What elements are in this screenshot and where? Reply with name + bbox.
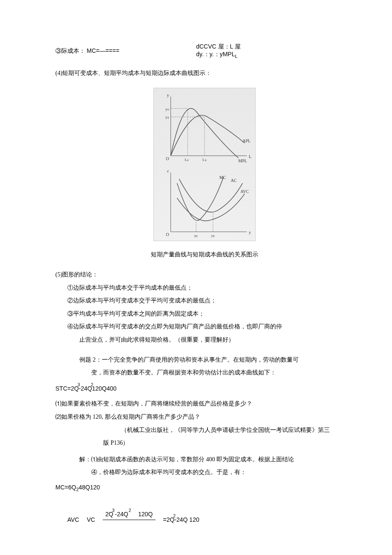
cost-curves-svg: y O APL MPL L y₀ y₁ L₀ L₁ (154, 88, 255, 240)
avc-label: AVC (67, 514, 79, 526)
avc-vc: VC (87, 514, 95, 526)
svg-text:AVC: AVC (240, 189, 249, 194)
svg-text:L: L (249, 154, 251, 159)
figure-caption: 短期产量曲线与短期成本曲线的关系图示 (55, 249, 354, 261)
mc-eq: MC=—==== (87, 47, 120, 54)
svg-text:y₁: y₁ (165, 115, 169, 119)
svg-text:L₀: L₀ (185, 157, 189, 161)
mc-formula-left: ③际成本： MC=—==== (55, 45, 119, 57)
conclusion-4b: 止营业点，并可由此求得短期价格。（很重要，要理解好） (55, 334, 354, 346)
mc-right-top: dCCVC 屋：L 屋 (196, 43, 241, 50)
stc-equation: STC=2Q-24Q120Q400 STC=2Q3-24Q2120Q400 (55, 383, 354, 394)
figure-container: y O APL MPL L y₀ y₁ L₀ L₁ (55, 88, 354, 261)
svg-text:O: O (166, 232, 169, 237)
svg-text:y₁: y₁ (211, 233, 215, 238)
svg-text:APL: APL (242, 138, 251, 143)
example2-line1: 例题 2：一个完全竞争的厂商使用的劳动和资本从事生产。在短期内，劳动的数量可 (55, 354, 354, 366)
question-1: ⑴如果要素价格不变，在短期内，厂商将继续经营的最低产品价格是多少？ (55, 398, 354, 410)
figure-image: y O APL MPL L y₀ y₁ L₀ L₁ (153, 88, 256, 241)
svg-text:c: c (167, 169, 169, 173)
question-2: ⑵如果价格为 120, 那么在短期内厂商将生产多少产品？ (55, 411, 354, 423)
svg-text:MPL: MPL (238, 158, 247, 163)
solution-line1: 解：⑴由短期成本函数的表达示可知，常数部分 400 即为固定成本。根据上面结论 (55, 454, 354, 466)
svg-text:L₁: L₁ (202, 157, 206, 161)
conclusion-2: ②边际成本与平均可变成本交于平均可变成本的最低点； (55, 295, 354, 307)
svg-text:AC: AC (231, 178, 236, 183)
conclusion-4a: ④边际成本与平均可变成本的交点即为短期内厂商产品的最低价格，也即厂商的停 (55, 321, 354, 333)
svg-text:y: y (167, 93, 169, 98)
example2-line2: 变，而资本的数量不变。厂商根据资本和劳动估计出的成本曲线如下： (55, 367, 354, 379)
avc-denominator (126, 520, 133, 532)
avc-fraction: 2Q3 -24Q 2 120Q (103, 509, 155, 532)
section-5-title: (5)图形的结论： (55, 269, 354, 281)
source-line2: 版 P136） (55, 437, 354, 449)
avc-rhs: =2Q2-24Q 120 (163, 514, 199, 526)
mc-formula-right: dCCVC 屋：L 屋 dy.：y.：yMPLL (196, 43, 241, 59)
solution-line2: ④，价格即为边际成本和平均可变成本的交点。于是，有： (55, 467, 354, 478)
svg-text:MC: MC (219, 175, 226, 180)
section-4-title: (4)短期可变成本、短期平均成本与短期边际成本曲线图示： (55, 68, 354, 79)
conclusion-1: ①边际成本与平均成本交于平均成本的最低点； (55, 282, 354, 294)
avc-equation: AVC VC 2Q3 -24Q 2 120Q =2Q2-24Q 120 (67, 509, 354, 532)
mc-right-bot: dy.：y.：yMPLL (196, 50, 241, 59)
mc-equation: MC=6Q248Q120 (55, 482, 354, 494)
svg-text:O: O (166, 156, 169, 161)
svg-text:y₀: y₀ (165, 106, 169, 111)
svg-text:y: y (249, 230, 251, 235)
mc-label: ③际成本： (55, 48, 85, 54)
source-line1: （机械工业出版社，《同等学力人员申请硕士学位全国统一考试应试精要》第三 (55, 425, 354, 436)
mc-formula-row: ③际成本： MC=—==== dCCVC 屋：L 屋 dy.：y.：yMPLL (55, 43, 354, 59)
conclusion-3: ③平均成本与平均可变成本之间的距离为固定成本； (55, 308, 354, 320)
svg-text:y₀: y₀ (194, 233, 198, 238)
avc-numerator: 2Q3 -24Q 2 120Q (103, 509, 155, 520)
